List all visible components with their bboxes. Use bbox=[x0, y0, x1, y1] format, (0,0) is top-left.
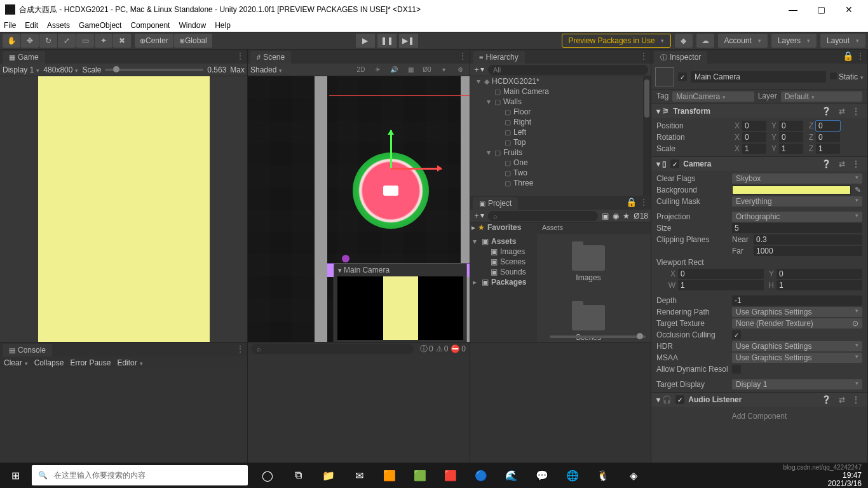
menu-window[interactable]: Window bbox=[179, 21, 206, 30]
hierarchy-item[interactable]: ▢Left bbox=[470, 127, 651, 137]
scale-y[interactable]: 1 bbox=[779, 144, 803, 154]
rot-x[interactable]: 0 bbox=[742, 132, 766, 142]
target-display-dropdown[interactable]: Display 1 bbox=[732, 379, 862, 390]
far-field[interactable]: 1000 bbox=[754, 246, 862, 256]
unity-hub-icon[interactable]: ◈ bbox=[620, 465, 647, 485]
hierarchy-item[interactable]: ▢One bbox=[470, 158, 651, 168]
static-dropdown[interactable]: Static bbox=[830, 72, 864, 81]
scene-audio-icon[interactable]: 🔊 bbox=[387, 64, 401, 76]
scene-light-icon[interactable]: ☀ bbox=[370, 64, 384, 76]
rot-z[interactable]: 0 bbox=[816, 132, 840, 142]
project-zoom-slider[interactable] bbox=[550, 336, 646, 338]
dynres-checkbox[interactable] bbox=[732, 365, 741, 374]
app-icon[interactable]: 🟧 bbox=[376, 465, 403, 485]
hierarchy-panel-menu[interactable]: ⋮ bbox=[639, 51, 648, 61]
folder-images[interactable]: Images bbox=[572, 245, 605, 282]
projection-dropdown[interactable]: Orthographic bbox=[732, 212, 862, 222]
project-tree-item[interactable]: ▾▣Assets bbox=[470, 236, 537, 247]
console-collapse[interactable]: Collapse bbox=[34, 358, 64, 367]
close-button[interactable]: ✕ bbox=[835, 4, 863, 15]
eyedropper-icon[interactable]: ✎ bbox=[853, 186, 862, 194]
layer-dropdown[interactable]: Default bbox=[781, 92, 862, 102]
project-favorites[interactable]: ▸ ★ Favorites bbox=[470, 222, 537, 233]
console-info-count[interactable]: ⓘ0 bbox=[420, 344, 433, 355]
vp-x[interactable]: 0 bbox=[678, 269, 764, 279]
rect-tool[interactable]: ▭ bbox=[76, 34, 94, 48]
project-breadcrumb[interactable]: Assets bbox=[537, 222, 651, 234]
hierarchy-item[interactable]: ▢Main Camera bbox=[470, 86, 651, 97]
project-add[interactable]: ＋▾ bbox=[473, 210, 484, 221]
cloud-icon[interactable]: ☁ bbox=[696, 34, 714, 48]
tag-dropdown[interactable]: MainCamera bbox=[672, 92, 754, 102]
scene-hidden-icon[interactable]: Ø0 bbox=[420, 64, 434, 76]
scale-x[interactable]: 1 bbox=[742, 144, 766, 154]
tab-game[interactable]: ▦ Game bbox=[3, 51, 45, 64]
scene-fx-icon[interactable]: ▦ bbox=[403, 64, 417, 76]
msaa-dropdown[interactable]: Use Graphics Settings bbox=[732, 353, 862, 363]
move-tool[interactable]: ✥ bbox=[21, 34, 39, 48]
pos-z[interactable]: 0 bbox=[816, 121, 840, 131]
chrome-icon[interactable]: 🌐 bbox=[559, 465, 586, 485]
menu-file[interactable]: File bbox=[4, 21, 16, 30]
pos-y[interactable]: 0 bbox=[779, 121, 803, 131]
gameobject-name-field[interactable]: Main Camera bbox=[691, 71, 826, 83]
scene-2d-toggle[interactable]: 2D bbox=[354, 64, 368, 76]
transform-header[interactable]: ▾ ⚞ Transform❔ ⇄ ⋮ bbox=[651, 104, 867, 118]
pause-button[interactable]: ❚❚ bbox=[377, 34, 397, 48]
vp-w[interactable]: 1 bbox=[678, 280, 764, 290]
project-tree-item[interactable]: ▣Scenes bbox=[470, 257, 537, 267]
hidden-count[interactable]: Ø18 bbox=[634, 212, 648, 220]
app-icon[interactable]: 🟥 bbox=[437, 465, 464, 485]
account-dropdown[interactable]: Account bbox=[718, 34, 768, 48]
console-search[interactable] bbox=[252, 344, 414, 354]
start-button[interactable]: ⊞ bbox=[0, 470, 31, 482]
project-search[interactable] bbox=[488, 211, 598, 221]
project-panel-menu[interactable]: 🔒 ⋮ bbox=[626, 197, 648, 207]
maximize-label[interactable]: Max bbox=[230, 65, 245, 74]
tab-inspector[interactable]: ⓘ Inspector bbox=[654, 51, 707, 64]
display-dropdown[interactable]: Display 1 bbox=[3, 65, 39, 74]
taskview-icon[interactable]: ⧉ bbox=[285, 465, 311, 485]
scale-slider[interactable] bbox=[105, 69, 203, 71]
gameobject-active-checkbox[interactable]: ✓ bbox=[678, 72, 687, 81]
hierarchy-item[interactable]: ▢Two bbox=[470, 168, 651, 178]
pos-x[interactable]: 0 bbox=[742, 121, 766, 131]
mail-icon[interactable]: ✉ bbox=[346, 465, 372, 485]
collab-icon[interactable]: ◆ bbox=[675, 34, 693, 48]
hierarchy-item[interactable]: ▢Right bbox=[470, 117, 651, 127]
app-icon[interactable]: 🌊 bbox=[498, 465, 525, 485]
rot-y[interactable]: 0 bbox=[779, 132, 803, 142]
layers-dropdown[interactable]: Layers bbox=[771, 34, 817, 48]
size-field[interactable]: 5 bbox=[732, 223, 862, 233]
hierarchy-item[interactable]: ▾▢Walls bbox=[470, 97, 651, 107]
qq-icon[interactable]: 🐧 bbox=[590, 465, 616, 485]
menu-gameobject[interactable]: GameObject bbox=[79, 21, 121, 30]
camera-header[interactable]: ▾ ▯ ✓ Camera❔ ⇄ ⋮ bbox=[651, 157, 867, 171]
occlusion-checkbox[interactable]: ✓ bbox=[732, 330, 741, 339]
taskbar-search[interactable]: 🔍 在这里输入你要搜索的内容 bbox=[32, 465, 248, 485]
shaded-dropdown[interactable]: Shaded bbox=[250, 65, 282, 74]
tab-project[interactable]: ▣ Project bbox=[473, 197, 518, 210]
tab-hierarchy[interactable]: ≡ Hierarchy bbox=[473, 51, 525, 64]
resolution-dropdown[interactable]: 480x800 bbox=[43, 65, 78, 74]
wechat-icon[interactable]: 💬 bbox=[529, 465, 555, 485]
scale-z[interactable]: 1 bbox=[816, 144, 840, 154]
favorite-icon[interactable]: ★ bbox=[623, 212, 630, 220]
audio-listener-header[interactable]: ▾ 🎧 ✓ Audio Listener❔ ⇄ ⋮ bbox=[651, 393, 867, 407]
filter-type-icon[interactable]: ▣ bbox=[602, 212, 609, 220]
console-error-pause[interactable]: Error Pause bbox=[70, 358, 111, 367]
pivot-toggle[interactable]: ⊕ Center bbox=[135, 34, 173, 48]
space-toggle[interactable]: ⊗ Global bbox=[174, 34, 212, 48]
cortana-icon[interactable]: ◯ bbox=[254, 465, 281, 485]
axis-y[interactable] bbox=[390, 130, 392, 168]
game-panel-menu[interactable]: ⋮ bbox=[236, 51, 245, 61]
console-editor[interactable]: Editor bbox=[117, 358, 142, 367]
menu-assets[interactable]: Assets bbox=[47, 21, 70, 30]
menu-help[interactable]: Help bbox=[215, 21, 231, 30]
explorer-icon[interactable]: 📁 bbox=[315, 465, 342, 485]
scene-panel-menu[interactable]: ⋮ bbox=[458, 51, 467, 61]
rendering-dropdown[interactable]: Use Graphics Settings bbox=[732, 307, 862, 317]
culling-mask-dropdown[interactable]: Everything bbox=[732, 196, 862, 207]
hierarchy-item[interactable]: ▾◆HCDXG2021* bbox=[470, 76, 651, 86]
filter-label-icon[interactable]: ◉ bbox=[613, 212, 619, 220]
